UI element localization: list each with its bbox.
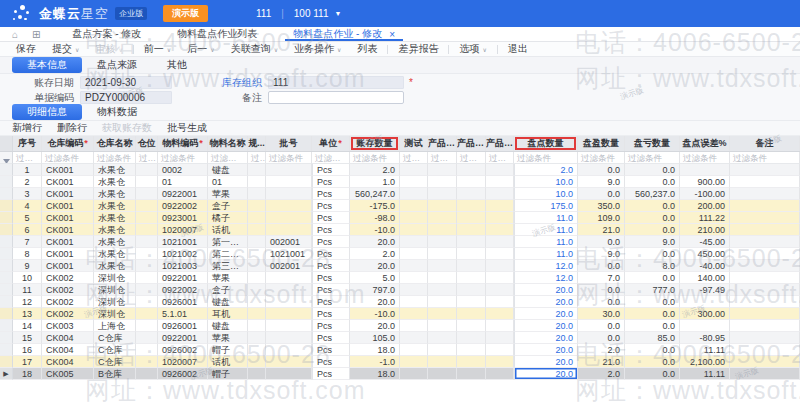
table-cell[interactable] bbox=[486, 344, 514, 356]
table-cell[interactable] bbox=[730, 320, 800, 332]
filter-cell[interactable]: 过滤条件 bbox=[136, 152, 158, 164]
table-cell[interactable]: -10.0 bbox=[350, 308, 400, 320]
table-cell[interactable]: 2.0 bbox=[578, 368, 625, 380]
remark-input[interactable] bbox=[268, 91, 404, 104]
table-cell[interactable]: Pcs bbox=[312, 368, 350, 380]
table-cell[interactable]: 7.0 bbox=[578, 272, 625, 284]
table-cell[interactable]: 21.0 bbox=[578, 356, 625, 368]
toolbar-button[interactable]: 列表 bbox=[349, 42, 385, 56]
table-cell[interactable]: Pcs bbox=[312, 308, 350, 320]
table-cell[interactable] bbox=[266, 344, 312, 356]
table-cell[interactable] bbox=[730, 176, 800, 188]
table-cell[interactable] bbox=[730, 356, 800, 368]
table-cell[interactable] bbox=[457, 284, 486, 296]
table-cell[interactable] bbox=[266, 332, 312, 344]
table-cell[interactable]: 14 bbox=[13, 320, 42, 332]
table-cell[interactable]: 350.0 bbox=[578, 200, 625, 212]
table-cell[interactable]: Pcs bbox=[312, 284, 350, 296]
table-cell[interactable] bbox=[457, 296, 486, 308]
table-cell[interactable]: 9.0 bbox=[578, 248, 625, 260]
table-cell[interactable] bbox=[457, 332, 486, 344]
table-cell[interactable] bbox=[266, 356, 312, 368]
filter-cell[interactable]: 过滤条件 bbox=[578, 152, 625, 164]
table-cell[interactable] bbox=[486, 320, 514, 332]
table-cell[interactable] bbox=[248, 308, 266, 320]
table-cell[interactable]: 0.0 bbox=[578, 260, 625, 272]
grid-toolbar-button[interactable]: 删除行 bbox=[57, 121, 87, 135]
table-cell[interactable]: 9.0 bbox=[625, 236, 680, 248]
filter-cell[interactable]: 过滤条件 bbox=[208, 152, 248, 164]
user-name[interactable]: 100 111 bbox=[294, 8, 329, 19]
table-cell[interactable] bbox=[428, 200, 457, 212]
table-cell[interactable]: CK004 bbox=[42, 356, 94, 368]
table-cell[interactable]: 话机 bbox=[208, 224, 248, 236]
basic-info-tab[interactable]: 其他 bbox=[152, 57, 202, 73]
table-cell[interactable]: 帽子 bbox=[208, 368, 248, 380]
table-cell[interactable]: 10.0 bbox=[514, 188, 578, 200]
table-cell[interactable]: 21.0 bbox=[578, 224, 625, 236]
table-cell[interactable] bbox=[457, 260, 486, 272]
table-cell[interactable] bbox=[266, 200, 312, 212]
table-cell[interactable] bbox=[266, 308, 312, 320]
table-cell[interactable]: 11.11 bbox=[680, 368, 730, 380]
table-cell[interactable]: 20.0 bbox=[514, 368, 578, 380]
toolbar-button[interactable]: 后一∨ bbox=[179, 42, 222, 56]
column-header[interactable]: 批号 bbox=[266, 136, 312, 151]
table-cell[interactable]: 9.0 bbox=[578, 176, 625, 188]
filter-cell[interactable]: 过滤条件 bbox=[730, 152, 800, 164]
table-cell[interactable]: 1021001 bbox=[158, 236, 208, 248]
table-cell[interactable]: CK004 bbox=[42, 344, 94, 356]
table-cell[interactable]: 20.0 bbox=[514, 320, 578, 332]
table-cell[interactable]: Pcs bbox=[312, 176, 350, 188]
table-cell[interactable] bbox=[248, 320, 266, 332]
table-cell[interactable]: CK001 bbox=[42, 212, 94, 224]
table-cell[interactable]: B仓库 bbox=[94, 368, 136, 380]
table-cell[interactable]: CK001 bbox=[42, 248, 94, 260]
table-cell[interactable] bbox=[400, 188, 428, 200]
table-cell[interactable] bbox=[266, 212, 312, 224]
table-cell[interactable] bbox=[730, 224, 800, 236]
table-cell[interactable] bbox=[136, 368, 158, 380]
table-cell[interactable] bbox=[248, 212, 266, 224]
table-cell[interactable]: 20.0 bbox=[514, 356, 578, 368]
table-cell[interactable]: 0.0 bbox=[625, 176, 680, 188]
filter-cell[interactable]: 过滤条件 bbox=[625, 152, 680, 164]
table-cell[interactable]: 0.0 bbox=[625, 368, 680, 380]
table-cell[interactable]: 第二批次 bbox=[208, 248, 248, 260]
table-cell[interactable] bbox=[486, 188, 514, 200]
table-cell[interactable]: -98.0 bbox=[350, 212, 400, 224]
table-cell[interactable] bbox=[486, 164, 514, 176]
apps-grid-icon[interactable]: ⊞ bbox=[32, 27, 40, 41]
table-cell[interactable] bbox=[248, 344, 266, 356]
table-cell[interactable] bbox=[486, 236, 514, 248]
column-header[interactable]: 规... bbox=[248, 136, 266, 151]
table-cell[interactable] bbox=[136, 272, 158, 284]
table-cell[interactable]: 2.0 bbox=[514, 164, 578, 176]
user-dropdown-caret-icon[interactable]: ▼ bbox=[334, 10, 341, 17]
table-cell[interactable]: CK002 bbox=[42, 296, 94, 308]
table-cell[interactable]: 01 bbox=[158, 176, 208, 188]
filter-cell[interactable]: 过滤条件 bbox=[94, 152, 136, 164]
table-cell[interactable] bbox=[457, 320, 486, 332]
filter-cell[interactable]: 过滤条件 bbox=[248, 152, 266, 164]
table-cell[interactable]: 11.0 bbox=[514, 248, 578, 260]
table-cell[interactable]: 20.0 bbox=[350, 260, 400, 272]
table-cell[interactable]: CK004 bbox=[42, 332, 94, 344]
toolbar-button[interactable]: 业务操作∨ bbox=[286, 42, 349, 56]
table-cell[interactable] bbox=[428, 236, 457, 248]
table-cell[interactable] bbox=[266, 320, 312, 332]
nav-tab[interactable]: 盘点方案 - 修改 bbox=[54, 27, 159, 41]
table-cell[interactable] bbox=[266, 284, 312, 296]
table-cell[interactable] bbox=[400, 260, 428, 272]
table-cell[interactable] bbox=[486, 200, 514, 212]
table-cell[interactable] bbox=[730, 296, 800, 308]
table-cell[interactable]: 水果仓 bbox=[94, 248, 136, 260]
table-cell[interactable]: 6 bbox=[13, 224, 42, 236]
table-cell[interactable]: CK005 bbox=[42, 368, 94, 380]
table-cell[interactable] bbox=[428, 356, 457, 368]
table-cell[interactable]: 0922001 bbox=[158, 332, 208, 344]
table-cell[interactable] bbox=[136, 200, 158, 212]
table-cell[interactable]: 01 bbox=[208, 176, 248, 188]
table-cell[interactable] bbox=[400, 272, 428, 284]
table-cell[interactable] bbox=[136, 260, 158, 272]
